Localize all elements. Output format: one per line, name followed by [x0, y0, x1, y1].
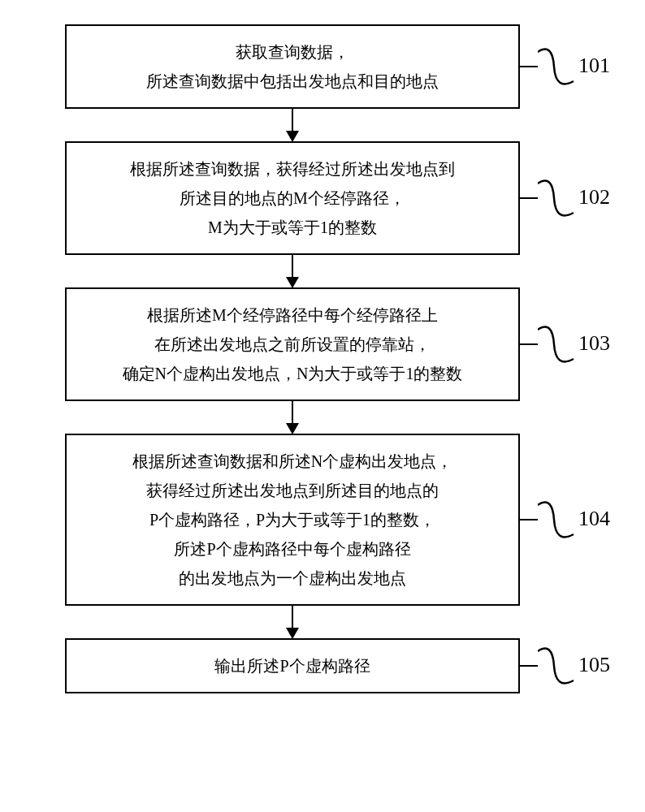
flowchart: 获取查询数据， 所述查询数据中包括出发地点和目的地点 根据所述查询数据，获得经过…	[65, 24, 520, 693]
step-text: 在所述出发地点之前所设置的停靠站，	[83, 330, 502, 359]
connector-line	[520, 665, 538, 667]
step-label: 103	[578, 331, 610, 356]
arrow-down-icon	[292, 255, 293, 287]
step-box-102: 根据所述查询数据，获得经过所述出发地点到 所述目的地点的M个经停路径， M为大于…	[65, 141, 520, 255]
step-box-103: 根据所述M个经停路径中每个经停路径上 在所述出发地点之前所设置的停靠站， 确定N…	[65, 287, 520, 401]
step-text: 确定N个虚构出发地点，N为大于或等于1的整数	[83, 359, 502, 388]
connector-line	[520, 66, 538, 67]
connector-line	[520, 519, 538, 520]
step-text: 获取查询数据，	[83, 37, 502, 67]
step-text: 所述查询数据中包括出发地点和目的地点	[83, 67, 502, 96]
step-text: 所述P个虚构路径中每个虚构路径	[83, 534, 502, 564]
curve-icon	[538, 42, 575, 91]
step-text: M为大于或等于1的整数	[83, 213, 502, 242]
step-label: 104	[578, 507, 610, 531]
connector-line	[520, 197, 538, 199]
step-box-104: 根据所述查询数据和所述N个虚构出发地点， 获得经过所述出发地点到所述目的地点的 …	[65, 434, 520, 606]
arrow-down-icon	[292, 606, 293, 638]
step-text: 根据所述查询数据，获得经过所述出发地点到	[83, 154, 502, 184]
curve-icon	[538, 641, 575, 690]
step-label: 102	[578, 185, 610, 209]
step-text: 所述目的地点的M个经停路径，	[83, 184, 502, 213]
step-text: 根据所述M个经停路径中每个经停路径上	[83, 300, 502, 330]
curve-icon	[538, 174, 575, 222]
connector-line	[520, 343, 538, 345]
step-text: 获得经过所述出发地点到所述目的地点的	[83, 476, 502, 505]
arrow-down-icon	[292, 401, 293, 434]
step-box-105: 输出所述P个虚构路径	[65, 638, 520, 693]
step-label: 101	[578, 54, 610, 78]
step-box-101: 获取查询数据， 所述查询数据中包括出发地点和目的地点	[65, 24, 520, 109]
step-text: 输出所述P个虚构路径	[83, 651, 502, 680]
step-text: P个虚构路径，P为大于或等于1的整数，	[83, 505, 502, 534]
curve-icon	[538, 495, 575, 544]
arrow-down-icon	[292, 109, 293, 141]
step-text: 的出发地点为一个虚构出发地点	[83, 564, 502, 593]
step-text: 根据所述查询数据和所述N个虚构出发地点，	[83, 447, 502, 476]
curve-icon	[538, 320, 575, 369]
step-label: 105	[578, 653, 610, 677]
